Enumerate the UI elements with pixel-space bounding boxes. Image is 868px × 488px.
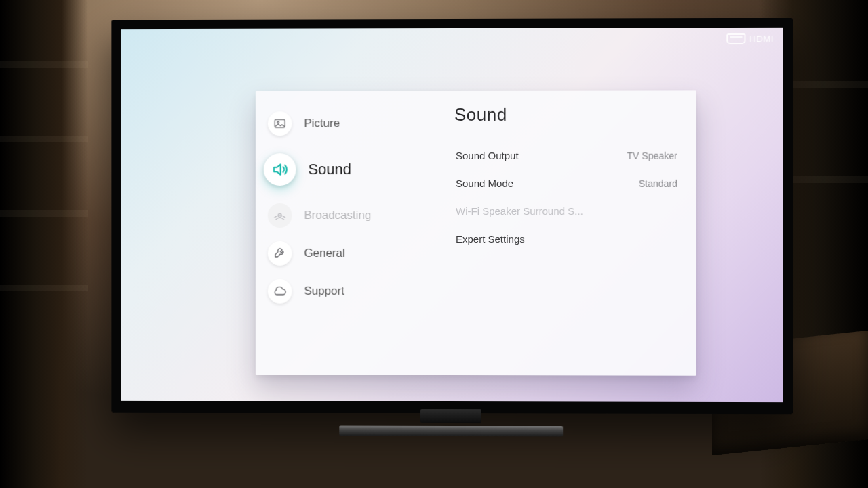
input-source-badge: HDMI xyxy=(726,33,774,44)
sidebar-item-general[interactable]: General xyxy=(256,235,438,272)
sound-icon xyxy=(264,153,296,186)
picture-icon xyxy=(268,111,292,136)
row-sound-output[interactable]: Sound Output TV Speaker xyxy=(454,142,679,169)
row-wifi-speaker-surround: Wi-Fi Speaker Surround S... xyxy=(454,197,679,225)
sidebar-item-label: Picture xyxy=(304,117,340,130)
general-icon xyxy=(268,241,292,266)
sidebar-item-label: General xyxy=(304,247,344,260)
sidebar-item-picture[interactable]: Picture xyxy=(256,104,438,142)
settings-panel: Picture Sound Broadcasting xyxy=(256,90,696,375)
content-title: Sound xyxy=(454,104,679,125)
tv-frame: HDMI Picture Sound xyxy=(111,18,793,415)
sidebar-item-support[interactable]: Support xyxy=(256,272,438,310)
broadcast-icon xyxy=(268,203,292,228)
svg-point-1 xyxy=(277,121,279,123)
room-background: HDMI Picture Sound xyxy=(0,0,868,488)
sidebar-item-label: Broadcasting xyxy=(304,209,371,222)
input-source-label: HDMI xyxy=(749,33,773,43)
row-label: Sound Output xyxy=(456,150,519,161)
sidebar-item-sound[interactable]: Sound xyxy=(256,142,438,197)
support-icon xyxy=(268,279,292,304)
settings-content: Sound Sound Output TV Speaker Sound Mode… xyxy=(438,90,696,375)
row-label: Expert Settings xyxy=(456,233,525,245)
tv-stand xyxy=(339,413,563,437)
settings-sidebar: Picture Sound Broadcasting xyxy=(256,91,438,375)
sidebar-item-broadcasting: Broadcasting xyxy=(256,197,438,235)
row-expert-settings[interactable]: Expert Settings xyxy=(454,225,679,253)
sidebar-item-label: Sound xyxy=(308,161,351,178)
tv-screen: HDMI Picture Sound xyxy=(121,28,783,402)
hdmi-port-icon xyxy=(726,33,745,44)
row-label: Wi-Fi Speaker Surround S... xyxy=(456,205,583,217)
row-label: Sound Mode xyxy=(456,178,513,189)
row-value: Standard xyxy=(639,178,677,188)
bookshelf-left xyxy=(0,0,88,488)
svg-rect-0 xyxy=(275,119,285,127)
row-sound-mode[interactable]: Sound Mode Standard xyxy=(454,169,679,197)
sidebar-item-label: Support xyxy=(304,285,344,298)
row-value: TV Speaker xyxy=(627,150,677,161)
